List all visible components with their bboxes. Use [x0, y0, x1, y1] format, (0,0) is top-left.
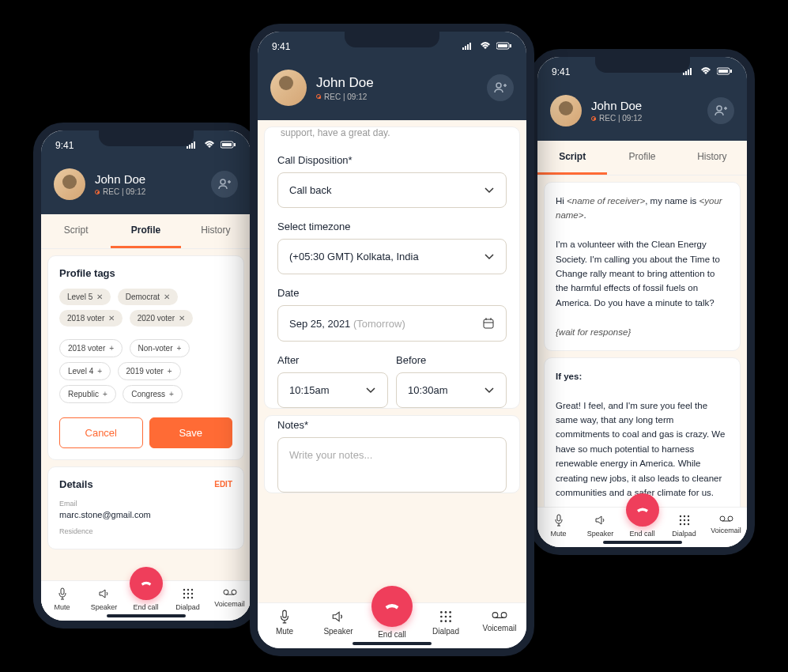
add-contact-button[interactable] — [707, 97, 734, 124]
status-icons — [183, 140, 236, 151]
tag-chip-add[interactable]: 2019 voter+ — [118, 362, 181, 380]
svg-rect-24 — [194, 142, 195, 149]
call-duration: 09:12 — [126, 187, 145, 196]
svg-rect-54 — [283, 610, 287, 617]
script-wait: {wait for response} — [556, 327, 631, 337]
plus-icon[interactable]: + — [168, 367, 172, 376]
end-call-button[interactable]: End call — [365, 610, 419, 639]
call-header: John Doe REC | 09:12 — [41, 160, 251, 214]
plus-icon[interactable]: + — [176, 344, 181, 353]
chevron-down-icon — [484, 387, 495, 395]
tab-history[interactable]: History — [677, 141, 747, 175]
tag-chip-add[interactable]: Congress+ — [123, 385, 183, 403]
plus-icon[interactable]: + — [169, 390, 174, 398]
before-select[interactable]: 10:30am — [396, 372, 507, 408]
battery-icon — [496, 42, 512, 50]
voicemail-button[interactable]: Voicemail — [209, 587, 251, 611]
dialpad-button[interactable]: Dialpad — [663, 514, 705, 538]
wifi-icon — [480, 42, 491, 50]
speaker-button[interactable]: Speaker — [83, 587, 125, 611]
speaker-button[interactable]: Speaker — [311, 610, 365, 639]
rec-line: REC | 09:12 — [316, 92, 487, 101]
details-title: Details — [59, 478, 93, 490]
voicemail-button[interactable]: Voicemail — [705, 514, 747, 538]
mute-button[interactable]: Mute — [41, 587, 83, 611]
after-select[interactable]: 10:15am — [277, 372, 388, 408]
tag-chip-add[interactable]: 2018 voter+ — [59, 339, 123, 357]
tag-chip-add[interactable]: Non-voter+ — [130, 339, 190, 357]
end-call-button[interactable]: End call — [621, 514, 663, 538]
tab-profile[interactable]: Profile — [607, 141, 677, 175]
avatar — [550, 95, 582, 126]
svg-point-12 — [679, 519, 681, 521]
home-indicator — [107, 614, 186, 617]
speaker-icon — [331, 610, 345, 624]
rec-icon — [95, 190, 100, 194]
tag-chip[interactable]: 2020 voter✕ — [130, 310, 193, 327]
svg-rect-26 — [222, 143, 232, 146]
svg-point-64 — [492, 613, 498, 618]
end-call-circle[interactable] — [371, 586, 413, 627]
tab-script[interactable]: Script — [537, 141, 607, 175]
rec-icon — [591, 116, 596, 121]
svg-rect-29 — [61, 588, 64, 595]
script-ifyes: If yes: — [556, 369, 729, 383]
close-icon[interactable]: ✕ — [179, 314, 185, 323]
phone-down-icon — [383, 597, 402, 616]
avatar — [54, 168, 85, 200]
dialpad-icon — [678, 514, 691, 527]
end-call-circle[interactable] — [626, 493, 659, 527]
cancel-button[interactable]: Cancel — [59, 417, 143, 448]
tag-chip[interactable]: Level 5✕ — [59, 289, 111, 305]
status-icons — [680, 66, 733, 77]
end-call-button[interactable]: End call — [125, 587, 167, 611]
plus-icon[interactable]: + — [109, 344, 114, 353]
notes-input[interactable]: Write your notes... — [277, 437, 507, 493]
close-icon[interactable]: ✕ — [108, 314, 115, 323]
tag-chip-add[interactable]: Republic+ — [59, 385, 116, 403]
tag-chip[interactable]: Democrat✕ — [118, 289, 178, 305]
svg-rect-47 — [498, 44, 507, 47]
svg-rect-44 — [467, 44, 469, 50]
svg-point-55 — [440, 611, 443, 613]
add-contact-button[interactable] — [487, 74, 514, 101]
close-icon[interactable]: ✕ — [164, 293, 170, 301]
tab-profile[interactable]: Profile — [111, 214, 180, 248]
dialpad-button[interactable]: Dialpad — [167, 587, 209, 611]
add-contact-button[interactable] — [211, 171, 238, 198]
svg-rect-2 — [688, 70, 689, 75]
close-icon[interactable]: ✕ — [96, 293, 103, 301]
status-time: 9:41 — [552, 66, 570, 77]
plus-icon[interactable]: + — [103, 390, 107, 398]
tab-history[interactable]: History — [181, 214, 251, 248]
edit-button[interactable]: EDIT — [214, 480, 232, 489]
svg-point-35 — [190, 593, 192, 595]
calendar-icon — [482, 317, 495, 330]
svg-rect-48 — [510, 44, 511, 47]
battery-icon — [221, 141, 236, 149]
voicemail-button[interactable]: Voicemail — [473, 610, 526, 639]
plus-icon[interactable]: + — [97, 367, 102, 376]
end-call-circle[interactable] — [130, 567, 163, 600]
tag-chip[interactable]: 2018 voter✕ — [59, 310, 123, 327]
call-header: John Doe REC | 09:12 — [258, 62, 526, 120]
battery-icon — [717, 67, 733, 75]
svg-point-37 — [187, 597, 188, 598]
rec-label: REC — [103, 187, 119, 196]
dialpad-button[interactable]: Dialpad — [419, 610, 473, 639]
timezone-select[interactable]: (+05:30 GMT) Kolkata, India — [277, 239, 507, 274]
svg-rect-21 — [187, 146, 188, 149]
disposition-select[interactable]: Call back — [277, 172, 507, 208]
speaker-button[interactable]: Speaker — [579, 514, 621, 538]
form-content[interactable]: support, have a great day. Call Disposit… — [258, 120, 526, 626]
svg-point-60 — [449, 616, 451, 618]
tag-chip-add[interactable]: Level 4+ — [59, 362, 111, 380]
mute-button[interactable]: Mute — [537, 514, 579, 538]
header-text: John Doe REC | 09:12 — [95, 172, 211, 196]
date-input[interactable]: Sep 25, 2021 (Tomorrow) — [277, 305, 507, 342]
mute-button[interactable]: Mute — [258, 610, 311, 639]
tab-script[interactable]: Script — [41, 214, 111, 248]
save-button[interactable]: Save — [149, 417, 233, 448]
svg-point-49 — [496, 83, 501, 88]
speaker-icon — [98, 587, 111, 600]
